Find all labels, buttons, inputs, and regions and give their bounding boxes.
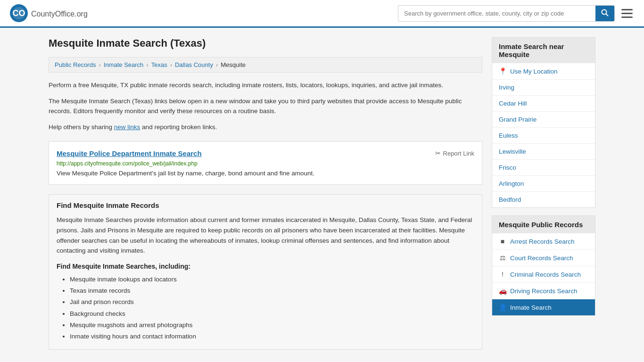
breadcrumb-sep-3: › bbox=[170, 61, 172, 68]
bullet-item: Inmate visiting hours and contact inform… bbox=[70, 331, 474, 342]
logo-name: CountyOffice bbox=[31, 10, 74, 18]
svg-text:CO: CO bbox=[13, 8, 25, 18]
bullet-item: Mesquite inmate lookups and locators bbox=[70, 274, 474, 285]
court-icon: ⚖ bbox=[499, 254, 506, 262]
bullet-item: Jail and prison records bbox=[70, 296, 474, 308]
breadcrumb-sep-4: › bbox=[216, 61, 218, 68]
search-button[interactable] bbox=[595, 6, 614, 21]
desc-3-end: and reporting broken links. bbox=[140, 123, 217, 131]
use-location-item[interactable]: 📍 Use My Location bbox=[492, 63, 595, 80]
city-link-arlington[interactable]: Arlington bbox=[492, 176, 595, 191]
nearby-city-cedar-hill[interactable]: Cedar Hill bbox=[492, 96, 595, 112]
nearby-city-frisco[interactable]: Frisco bbox=[492, 160, 595, 176]
bullet-item: Texas inmate records bbox=[70, 285, 474, 296]
logo[interactable]: CO CountyOffice.org bbox=[9, 4, 88, 23]
sidebar-item-driving[interactable]: 🚗 Driving Records Search bbox=[492, 283, 595, 299]
breadcrumb-sep-2: › bbox=[146, 61, 148, 68]
link-card-title: Mesquite Police Department Inmate Search bbox=[57, 149, 202, 157]
nearby-city-euless[interactable]: Euless bbox=[492, 128, 595, 144]
inmate-search-link[interactable]: 👤 Inmate Search bbox=[492, 299, 595, 315]
desc-3-text: Help others by sharing bbox=[49, 123, 114, 131]
nearby-city-lewisville[interactable]: Lewisville bbox=[492, 144, 595, 160]
court-records-label: Court Records Search bbox=[510, 255, 573, 262]
page-title: Mesquite Inmate Search (Texas) bbox=[49, 37, 482, 49]
city-link-lewisville[interactable]: Lewisville bbox=[492, 144, 595, 159]
public-records-header: Mesquite Public Records bbox=[492, 216, 595, 233]
location-pin-icon: 📍 bbox=[499, 67, 506, 75]
svg-line-4 bbox=[606, 14, 609, 16]
svg-point-3 bbox=[602, 9, 607, 14]
criminal-icon: ! bbox=[499, 271, 506, 278]
city-link-euless[interactable]: Euless bbox=[492, 128, 595, 143]
report-icon: ✂ bbox=[435, 149, 441, 157]
link-card-url: http://apps.cityofmesquite.com/police_we… bbox=[57, 160, 474, 167]
nearby-city-arlington[interactable]: Arlington bbox=[492, 176, 595, 192]
section-body: Mesquite Inmate Searches provide informa… bbox=[57, 215, 474, 255]
section-sub-title: Find Mesquite Inmate Searches, including… bbox=[57, 263, 474, 270]
court-records-link[interactable]: ⚖ Court Records Search bbox=[492, 250, 595, 266]
hamburger-line-1 bbox=[621, 9, 633, 10]
logo-text: CountyOffice.org bbox=[31, 8, 88, 19]
arrest-records-link[interactable]: ■ Arrest Records Search bbox=[492, 233, 595, 249]
search-bar bbox=[398, 5, 615, 22]
driving-records-label: Driving Records Search bbox=[510, 288, 578, 295]
breadcrumb-public-records[interactable]: Public Records bbox=[55, 61, 96, 68]
nearby-city-grand-prairie[interactable]: Grand Prairie bbox=[492, 112, 595, 128]
breadcrumb-inmate-search[interactable]: Inmate Search bbox=[104, 61, 144, 68]
nearby-list: 📍 Use My Location Irving Cedar Hill Gran… bbox=[492, 63, 595, 207]
breadcrumb-texas[interactable]: Texas bbox=[151, 61, 167, 68]
sidebar-item-inmate[interactable]: 👤 Inmate Search bbox=[492, 299, 595, 315]
report-link-label: Report Link bbox=[443, 150, 474, 157]
inmate-icon: 👤 bbox=[499, 304, 506, 311]
breadcrumb-mesquite: Mesquite bbox=[221, 61, 246, 68]
city-link-irving[interactable]: Irving bbox=[492, 80, 595, 95]
city-link-bedford[interactable]: Bedford bbox=[492, 192, 595, 207]
page-container: Mesquite Inmate Search (Texas) Public Re… bbox=[39, 28, 605, 359]
link-card-header: Mesquite Police Department Inmate Search… bbox=[57, 149, 474, 157]
nearby-city-irving[interactable]: Irving bbox=[492, 80, 595, 96]
inmate-records-section: Find Mesquite Inmate Records Mesquite In… bbox=[49, 194, 482, 349]
link-card: Mesquite Police Department Inmate Search… bbox=[49, 141, 482, 185]
search-input[interactable] bbox=[398, 7, 595, 20]
header-controls bbox=[398, 5, 635, 22]
link-card-desc: View Mesquite Police Department's jail l… bbox=[57, 170, 474, 177]
driving-records-link[interactable]: 🚗 Driving Records Search bbox=[492, 283, 595, 299]
search-icon bbox=[601, 9, 609, 16]
bullet-list: Mesquite inmate lookups and locators Tex… bbox=[57, 274, 474, 343]
logo-icon: CO bbox=[9, 4, 28, 23]
use-location-link[interactable]: 📍 Use My Location bbox=[492, 63, 595, 79]
criminal-records-label: Criminal Records Search bbox=[510, 271, 581, 278]
hamburger-menu-button[interactable] bbox=[619, 7, 635, 20]
breadcrumb-dallas-county[interactable]: Dallas County bbox=[175, 61, 213, 68]
hamburger-line-2 bbox=[621, 13, 633, 14]
inmate-search-label: Inmate Search bbox=[510, 304, 552, 311]
public-records-list: ■ Arrest Records Search ⚖ Court Records … bbox=[492, 233, 595, 315]
nearby-header: Inmate Search near Mesquite bbox=[492, 38, 595, 63]
sidebar-item-criminal[interactable]: ! Criminal Records Search bbox=[492, 266, 595, 283]
report-link-button[interactable]: ✂ Report Link bbox=[435, 149, 474, 157]
sidebar-item-court[interactable]: ⚖ Court Records Search bbox=[492, 250, 595, 266]
new-links-link[interactable]: new links bbox=[114, 123, 140, 131]
city-link-grand-prairie[interactable]: Grand Prairie bbox=[492, 112, 595, 127]
arrest-records-label: Arrest Records Search bbox=[510, 238, 575, 245]
logo-suffix: .org bbox=[74, 10, 88, 18]
public-records-box: Mesquite Public Records ■ Arrest Records… bbox=[492, 215, 595, 316]
criminal-records-link[interactable]: ! Criminal Records Search bbox=[492, 266, 595, 282]
city-link-cedar-hill[interactable]: Cedar Hill bbox=[492, 96, 595, 111]
bullet-item: Mesquite mugshots and arrest photographs bbox=[70, 320, 474, 331]
section-title: Find Mesquite Inmate Records bbox=[57, 201, 474, 209]
driving-icon: 🚗 bbox=[499, 287, 506, 295]
breadcrumb: Public Records › Inmate Search › Texas ›… bbox=[49, 57, 482, 73]
desc-1: Perform a free Mesquite, TX public inmat… bbox=[49, 80, 482, 90]
city-link-frisco[interactable]: Frisco bbox=[492, 160, 595, 175]
main-content: Mesquite Inmate Search (Texas) Public Re… bbox=[49, 37, 482, 350]
desc-2: The Mesquite Inmate Search (Texas) links… bbox=[49, 96, 482, 116]
sidebar: Inmate Search near Mesquite 📍 Use My Loc… bbox=[492, 37, 595, 350]
desc-3: Help others by sharing new links and rep… bbox=[49, 122, 482, 132]
link-card-title-link[interactable]: Mesquite Police Department Inmate Search bbox=[57, 149, 202, 157]
bullet-item: Background checks bbox=[70, 308, 474, 320]
use-location-label: Use My Location bbox=[510, 68, 558, 75]
sidebar-item-arrest[interactable]: ■ Arrest Records Search bbox=[492, 233, 595, 250]
nearby-box: Inmate Search near Mesquite 📍 Use My Loc… bbox=[492, 37, 595, 208]
nearby-city-bedford[interactable]: Bedford bbox=[492, 192, 595, 207]
